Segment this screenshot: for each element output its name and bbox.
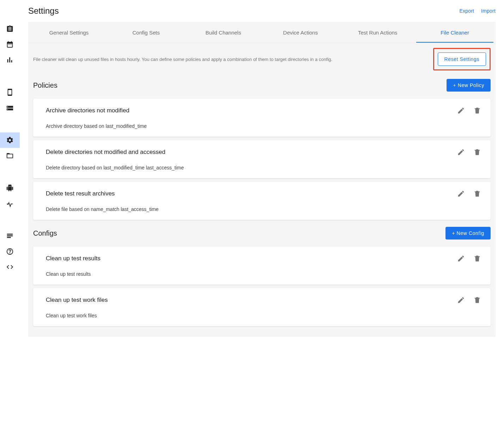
reset-settings-button[interactable]: Reset Settings: [438, 52, 486, 66]
sidebar: [0, 0, 20, 429]
pencil-icon: [457, 255, 465, 262]
clipboard-icon: [6, 25, 14, 33]
configs-title: Configs: [33, 229, 445, 237]
config-title: Clean up test work files: [46, 297, 478, 304]
delete-button[interactable]: [473, 148, 481, 156]
sidebar-item-heartbeat[interactable]: [0, 196, 20, 211]
bar-chart-icon: [6, 56, 14, 64]
tab-file-cleaner[interactable]: File Cleaner: [416, 22, 493, 43]
policy-desc: Archive directory based on last_modified…: [46, 123, 478, 129]
policies-title: Policies: [33, 81, 447, 89]
pencil-icon: [457, 148, 465, 156]
header: Settings Export Import: [28, 0, 496, 22]
edit-button[interactable]: [457, 148, 465, 156]
content-area: General Settings Config Sets Build Chann…: [28, 22, 496, 337]
sidebar-spacer: [0, 68, 20, 85]
storage-icon: [6, 104, 14, 112]
notes-icon: [6, 232, 14, 240]
edit-button[interactable]: [457, 189, 465, 198]
trash-icon: [473, 190, 481, 198]
config-desc: Clean up test work files: [46, 313, 478, 318]
edit-button[interactable]: [457, 296, 465, 304]
delete-button[interactable]: [473, 189, 481, 198]
policy-card: Delete test result archives Delete file …: [33, 182, 491, 220]
heartbeat-icon: [6, 200, 14, 207]
delete-button[interactable]: [473, 106, 481, 115]
policy-title: Delete directories not modified and acce…: [46, 149, 478, 156]
trash-icon: [473, 148, 481, 156]
calendar-icon: [6, 41, 14, 48]
pencil-icon: [457, 190, 465, 198]
import-link[interactable]: Import: [481, 8, 496, 14]
trash-icon: [473, 107, 481, 114]
reset-highlight: Reset Settings: [433, 48, 491, 70]
sidebar-item-code[interactable]: [0, 259, 20, 275]
sidebar-item-phone[interactable]: [0, 85, 20, 100]
delete-button[interactable]: [473, 296, 481, 304]
sidebar-spacer: [0, 211, 20, 228]
tab-test-run-actions[interactable]: Test Run Actions: [339, 22, 416, 43]
sidebar-item-folder[interactable]: [0, 148, 20, 163]
config-card: Clean up test results Clean up test resu…: [33, 247, 491, 285]
gear-icon: [6, 136, 14, 144]
edit-button[interactable]: [457, 106, 465, 115]
sidebar-item-help[interactable]: [0, 244, 20, 259]
trash-icon: [473, 296, 481, 304]
phone-icon: [6, 88, 14, 96]
android-icon: [6, 184, 14, 192]
edit-button[interactable]: [457, 254, 465, 263]
new-config-button[interactable]: + New Config: [445, 227, 491, 240]
sidebar-spacer: [0, 116, 20, 132]
policy-title: Delete test result archives: [46, 190, 478, 197]
tab-build-channels[interactable]: Build Channels: [185, 22, 262, 43]
policy-card: Archive directories not modified Archive…: [33, 99, 491, 137]
tab-general-settings[interactable]: General Settings: [30, 22, 107, 43]
tabs: General Settings Config Sets Build Chann…: [28, 22, 496, 43]
policy-card: Delete directories not modified and acce…: [33, 140, 491, 178]
new-policy-button[interactable]: + New Policy: [447, 79, 491, 92]
sidebar-item-settings[interactable]: [0, 132, 20, 148]
page-title: Settings: [28, 6, 59, 16]
config-card: Clean up test work files Clean up test w…: [33, 288, 491, 326]
policy-title: Archive directories not modified: [46, 107, 478, 114]
tab-config-sets[interactable]: Config Sets: [107, 22, 185, 43]
delete-button[interactable]: [473, 254, 481, 263]
help-icon: [6, 248, 14, 255]
sidebar-spacer: [0, 163, 20, 180]
sidebar-item-storage[interactable]: [0, 100, 20, 116]
policy-desc: Delete directory based on last_modified_…: [46, 165, 478, 170]
sidebar-item-barchart[interactable]: [0, 52, 20, 68]
sidebar-item-notes[interactable]: [0, 228, 20, 244]
folder-icon: [6, 152, 14, 160]
pencil-icon: [457, 107, 465, 114]
code-icon: [6, 263, 14, 271]
sidebar-item-android[interactable]: [0, 180, 20, 196]
export-link[interactable]: Export: [459, 8, 474, 14]
config-title: Clean up test results: [46, 255, 478, 262]
tab-device-actions[interactable]: Device Actions: [262, 22, 339, 43]
description: File cleaner will clean up unused files …: [33, 57, 433, 62]
sidebar-item-calendar[interactable]: [0, 37, 20, 52]
policy-desc: Delete file based on name_match last_acc…: [46, 206, 478, 212]
pencil-icon: [457, 296, 465, 304]
trash-icon: [473, 255, 481, 262]
config-desc: Clean up test results: [46, 271, 478, 277]
sidebar-item-clipboard[interactable]: [0, 21, 20, 37]
